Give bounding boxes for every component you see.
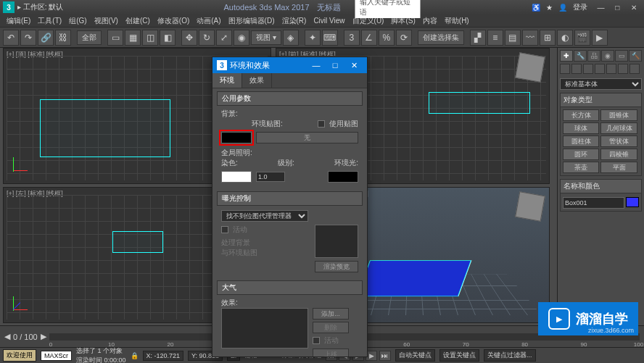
spinner-snap-button[interactable]: ⟳ (396, 30, 412, 46)
rotate-button[interactable]: ↻ (199, 30, 215, 46)
move-button[interactable]: ✥ (181, 30, 197, 46)
align-button[interactable]: ≡ (487, 30, 503, 46)
dialog-maximize-button[interactable]: □ (326, 59, 344, 71)
curve-editor-button[interactable]: 〰 (522, 30, 538, 46)
selection-filter[interactable]: 全部 (77, 30, 102, 45)
background-color-swatch[interactable] (221, 132, 252, 143)
tab-create[interactable]: ✚ (560, 50, 573, 62)
selected-box-object[interactable] (357, 260, 471, 296)
type-geosphere[interactable]: 几何球体 (600, 122, 637, 134)
render-preview-button[interactable]: 渲染预览 (315, 261, 358, 272)
timeline-handle-icon[interactable]: ▶ (41, 332, 46, 341)
snap-button[interactable]: 3 (344, 30, 360, 46)
type-box[interactable]: 长方体 (563, 109, 599, 121)
geometry-icon[interactable] (560, 64, 570, 74)
menu-edit[interactable]: 编辑(E) (3, 16, 34, 26)
dialog-close-button[interactable]: ✕ (345, 59, 363, 71)
tab-motion[interactable]: ◉ (601, 50, 614, 62)
rollout-common-params[interactable]: 公用参数 (217, 91, 363, 106)
menu-content[interactable]: 内容 (419, 16, 441, 26)
menu-animation[interactable]: 动画(A) (193, 16, 224, 26)
login-link[interactable]: 登录 (573, 2, 587, 12)
tab-modify[interactable]: 🔧 (574, 50, 587, 62)
menu-tools[interactable]: 工具(T) (34, 16, 65, 26)
percent-snap-button[interactable]: % (379, 30, 395, 46)
star-icon[interactable]: ★ (546, 4, 553, 12)
add-effect-button[interactable]: 添加... (313, 308, 349, 320)
ambient-color-swatch[interactable] (328, 171, 358, 183)
exposure-dropdown[interactable]: 找不到位图代理管理器 (221, 210, 308, 222)
lights-icon[interactable] (583, 64, 593, 74)
systems-icon[interactable] (629, 64, 640, 74)
rollout-exposure[interactable]: 曝光控制 (217, 191, 363, 206)
keyfilter-button[interactable]: 关键点过滤器... (484, 349, 536, 362)
type-tube[interactable]: 管状体 (600, 135, 637, 147)
move-up-button[interactable]: 上移 (313, 349, 349, 356)
setkey-button[interactable]: 设置关键点 (439, 349, 479, 362)
dialog-minimize-button[interactable]: — (307, 59, 325, 71)
goto-end-button[interactable]: ⏭ (379, 351, 391, 361)
window-crossing-button[interactable]: ◧ (160, 30, 176, 46)
viewcube-icon[interactable] (515, 191, 545, 222)
redo-button[interactable]: ↷ (20, 30, 36, 46)
manipulate-button[interactable]: ✦ (305, 30, 321, 46)
type-cylinder[interactable]: 圆柱体 (563, 135, 599, 147)
rollout-atmosphere[interactable]: 大气 (217, 280, 363, 295)
info-icon[interactable]: ♿ (532, 4, 540, 12)
object-name-input[interactable] (563, 197, 624, 209)
type-torus[interactable]: 圆环 (563, 149, 599, 160)
ref-coord[interactable]: 视图 ▾ (251, 30, 281, 45)
delete-effect-button[interactable]: 删除 (313, 322, 349, 333)
shapes-icon[interactable] (571, 64, 582, 74)
type-cone[interactable]: 圆锥体 (600, 109, 637, 121)
scale-button[interactable]: ⤢ (216, 30, 232, 46)
use-map-checkbox[interactable] (318, 120, 325, 128)
cameras-icon[interactable] (595, 64, 605, 74)
schematic-button[interactable]: ⊞ (540, 30, 556, 46)
placement-button[interactable]: ◉ (234, 30, 249, 46)
dialog-titlebar[interactable]: 3 环境和效果 — □ ✕ (212, 57, 367, 73)
workspace-label[interactable]: ▸ 工作区: 默认 (17, 2, 63, 12)
type-sphere[interactable]: 球体 (563, 122, 599, 134)
category-dropdown[interactable]: 标准基本体 (560, 78, 642, 90)
close-window-button[interactable]: ✕ (627, 4, 641, 12)
level-input[interactable] (256, 172, 285, 182)
lock-icon[interactable]: 🔒 (131, 352, 139, 359)
rollout-name-color[interactable]: 名称和颜色 (560, 179, 642, 193)
menu-group[interactable]: 组(G) (65, 16, 90, 26)
menu-help[interactable]: 帮助(H) (441, 16, 473, 26)
angle-snap-button[interactable]: ∠ (361, 30, 377, 46)
spacewarps-icon[interactable] (618, 64, 628, 74)
user-icon[interactable]: 👤 (558, 4, 567, 12)
tab-environment[interactable]: 环境 (212, 73, 242, 88)
tab-hierarchy[interactable]: 品 (587, 50, 600, 62)
minimize-button[interactable]: — (593, 4, 608, 12)
menu-create[interactable]: 创建(C) (122, 16, 154, 26)
active-checkbox[interactable] (221, 226, 228, 233)
helpers-icon[interactable] (606, 64, 616, 74)
type-plane[interactable]: 平面 (600, 162, 637, 173)
rollout-object-type[interactable]: 对象类型 (560, 93, 642, 107)
menu-modifiers[interactable]: 修改器(O) (154, 16, 193, 26)
mirror-button[interactable]: ▞ (470, 30, 486, 46)
maximize-button[interactable]: □ (610, 4, 624, 12)
timeline-handle-icon[interactable]: ◀ (4, 332, 10, 341)
maxscript-label[interactable]: MAXScr (41, 351, 72, 361)
select-name-button[interactable]: ▦ (125, 30, 141, 46)
coord-x[interactable]: X: -120.721 (143, 351, 184, 361)
link-button[interactable]: 🔗 (38, 30, 54, 46)
render-frame-button[interactable]: ▶ (592, 30, 608, 46)
undo-button[interactable]: ↶ (3, 30, 19, 46)
layer-button[interactable]: ▤ (505, 30, 521, 46)
tab-utilities[interactable]: 🔨 (629, 50, 642, 62)
pivot-button[interactable]: ◈ (283, 30, 299, 46)
render-setup-button[interactable]: 🎬 (574, 30, 590, 46)
menu-view[interactable]: 视图(V) (91, 16, 122, 26)
effect-active-checkbox[interactable] (313, 337, 320, 344)
unlink-button[interactable]: ⛓ (55, 30, 71, 46)
keyboard-button[interactable]: ⌨ (322, 30, 338, 46)
material-button[interactable]: ◐ (557, 30, 573, 46)
type-pyramid[interactable]: 四棱锥 (600, 149, 637, 160)
tab-display[interactable]: ▭ (615, 50, 628, 62)
env-map-button[interactable]: 无 (256, 132, 358, 143)
